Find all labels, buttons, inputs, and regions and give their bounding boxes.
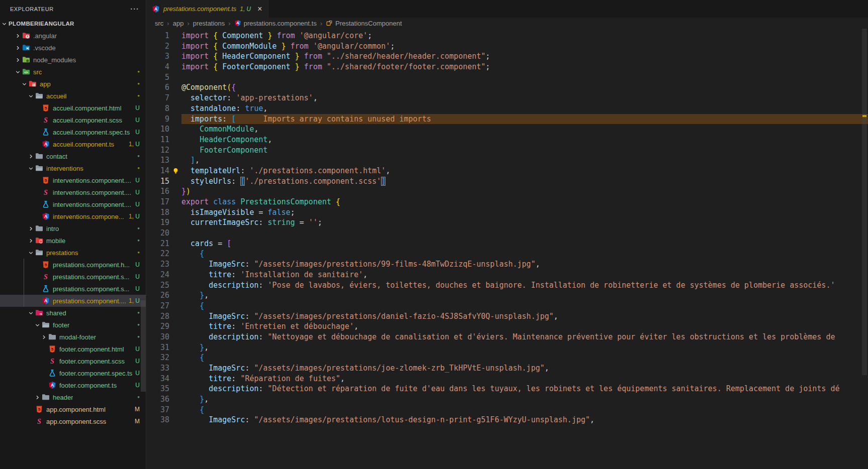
chevron-collapsed-icon[interactable] <box>33 393 42 401</box>
code-line-1[interactable]: 1import { Component } from '@angular/cor… <box>146 31 868 41</box>
code-line-18[interactable]: 18 isImageVisible = false; <box>146 207 868 218</box>
tree-folder-header[interactable]: header● <box>0 391 146 403</box>
tree-folder-intro[interactable]: intro● <box>0 222 146 234</box>
code-line-12[interactable]: 12 FooterComponent <box>146 145 868 156</box>
tree-file-footer-component-spec-ts[interactable]: footer.component.spec.tsU <box>0 367 146 379</box>
code-line-20[interactable]: 20 <box>146 228 868 239</box>
code-line-32[interactable]: 32 { <box>146 353 868 363</box>
tree-file-accueil-component-spec-ts[interactable]: accueil.component.spec.tsU <box>0 126 146 138</box>
sidebar-scrollbar[interactable] <box>141 300 146 392</box>
tree-file-accueil-component-ts[interactable]: Aaccueil.component.ts1, U <box>0 138 146 150</box>
code-line-11[interactable]: 11 HeaderComponent, <box>146 135 868 145</box>
breadcrumb-item-prestationscomponent[interactable]: PrestationsComponent <box>326 20 402 27</box>
tree-file-app-component-html[interactable]: 5app.component.htmlM <box>0 403 146 415</box>
chevron-expanded-icon[interactable] <box>14 68 22 76</box>
code-line-25[interactable]: 25 description: 'Pose de lavabos, éviers… <box>146 280 868 291</box>
code-line-8[interactable]: 8 standalone: true, <box>146 103 868 114</box>
code-line-38[interactable]: 38 ImageSrc: "/assets/images/prestations… <box>146 415 868 425</box>
more-actions-icon[interactable]: ⋯ <box>130 5 139 13</box>
code-line-9[interactable]: 9 imports: [ Imports array contains unus… <box>146 114 868 125</box>
code-line-31[interactable]: 31 }, <box>146 342 868 353</box>
code-line-22[interactable]: 22 { <box>146 249 868 259</box>
chevron-collapsed-icon[interactable] <box>14 32 22 40</box>
code-line-7[interactable]: 7 selector: 'app-prestations', <box>146 93 868 103</box>
chevron-collapsed-icon[interactable] <box>27 224 35 232</box>
code-line-5[interactable]: 5 <box>146 72 868 83</box>
code-line-27[interactable]: 27 { <box>146 301 868 311</box>
project-root-row[interactable]: PLOMBERIEANGULAR <box>0 18 146 30</box>
code-line-26[interactable]: 26 }, <box>146 290 868 301</box>
tree-file-interventions-component-[interactable]: interventions.component....U <box>0 198 146 210</box>
code-line-19[interactable]: 19 currentImageSrc: string = ''; <box>146 217 868 228</box>
tree-file-prestations-component-[interactable]: Aprestations.component....1, U <box>0 295 146 307</box>
code-line-10[interactable]: 10 CommonModule, <box>146 124 868 135</box>
tree-file-footer-component-scss[interactable]: Sfooter.component.scssU <box>0 355 146 367</box>
tree-folder-interventions[interactable]: interventions● <box>0 162 146 174</box>
code-line-28[interactable]: 28 ImageSrc: "/assets/images/prestations… <box>146 311 868 322</box>
breadcrumb-item-prestations[interactable]: prestations <box>193 20 225 27</box>
chevron-expanded-icon[interactable] <box>33 321 42 329</box>
code-area[interactable]: 1import { Component } from '@angular/cor… <box>146 29 868 469</box>
code-line-13[interactable]: 13 ], <box>146 155 868 166</box>
chevron-expanded-icon[interactable] <box>27 309 35 317</box>
code-line-15[interactable]: 15 styleUrls: ['./prestations.component.… <box>146 176 868 187</box>
editor-scrollbar[interactable] <box>861 29 868 469</box>
chevron-collapsed-icon[interactable] <box>27 152 35 160</box>
tree-folder-shared[interactable]: shared● <box>0 307 146 319</box>
code-line-24[interactable]: 24 titre: 'Installation de sanitaire', <box>146 270 868 280</box>
code-line-17[interactable]: 17export class PrestationsComponent { <box>146 197 868 207</box>
code-line-33[interactable]: 33 ImageSrc: "/assets/images/prestations… <box>146 363 868 374</box>
breadcrumb-item-prestations-component-ts[interactable]: Aprestations.component.ts <box>234 20 317 27</box>
tree-file-accueil-component-scss[interactable]: Saccueil.component.scssU <box>0 114 146 126</box>
code-line-35[interactable]: 35 description: "Détection et réparation… <box>146 384 868 394</box>
code-line-37[interactable]: 37 { <box>146 405 868 415</box>
chevron-expanded-icon[interactable] <box>27 92 35 100</box>
chevron-collapsed-icon[interactable] <box>14 44 22 52</box>
close-icon[interactable]: × <box>257 5 262 13</box>
tree-file-prestations-component-s-[interactable]: prestations.component.s...U <box>0 283 146 295</box>
code-line-4[interactable]: 4import { FooterComponent } from "../sha… <box>146 62 868 72</box>
chevron-expanded-icon[interactable] <box>27 249 35 257</box>
tree-file-interventions-compone-[interactable]: Ainterventions.compone...1, U <box>0 210 146 222</box>
tree-file-interventions-component-[interactable]: Sinterventions.component....U <box>0 186 146 198</box>
chevron-collapsed-icon[interactable] <box>27 237 35 245</box>
tree-folder-node-modules[interactable]: node_modules <box>0 54 146 66</box>
tree-folder--vscode[interactable]: .vscode <box>0 42 146 54</box>
code-line-34[interactable]: 34 titre: "Réparation de fuites", <box>146 374 868 384</box>
tree-file-footer-component-ts[interactable]: Afooter.component.tsU <box>0 379 146 391</box>
tree-file-prestations-component-s-[interactable]: Sprestations.component.s...U <box>0 271 146 283</box>
code-line-23[interactable]: 23 ImageSrc: "/assets/images/prestations… <box>146 259 868 270</box>
tree-folder-src[interactable]: </>src● <box>0 66 146 78</box>
tree-file-prestations-component-h-[interactable]: 5prestations.component.h...U <box>0 259 146 271</box>
chevron-collapsed-icon[interactable] <box>14 56 22 64</box>
code-line-21[interactable]: 21 cards = [ <box>146 239 868 249</box>
tree-file-accueil-component-html[interactable]: 5accueil.component.htmlU <box>0 102 146 114</box>
tree-folder-mobile[interactable]: mobile● <box>0 234 146 247</box>
tree-file-interventions-component-[interactable]: 5interventions.component....U <box>0 174 146 186</box>
tree-folder-footer[interactable]: footer● <box>0 319 146 331</box>
code-line-3[interactable]: 3import { HeaderComponent } from "../sha… <box>146 51 868 62</box>
tree-folder--angular[interactable]: A.angular <box>0 30 146 42</box>
code-line-2[interactable]: 2import { CommonModule } from '@angular/… <box>146 41 868 52</box>
tree-file-footer-component-html[interactable]: 5footer.component.htmlU <box>0 343 146 355</box>
scrollbar-thumb[interactable] <box>862 29 867 375</box>
tree-folder-contact[interactable]: contact● <box>0 150 146 162</box>
lightbulb-icon[interactable] <box>169 166 181 176</box>
code-line-14[interactable]: 14 templateUrl: './prestations.component… <box>146 166 868 176</box>
tree-file-app-component-scss[interactable]: Sapp.component.scssM <box>0 415 146 427</box>
code-line-30[interactable]: 30 description: "Nettoyage et débouchage… <box>146 332 868 342</box>
tree-folder-modal-footer[interactable]: modal-footer● <box>0 331 146 343</box>
breadcrumb-item-src[interactable]: src <box>155 20 163 27</box>
tab-prestations-component-ts[interactable]: A prestations.component.ts 1, U × <box>146 0 268 18</box>
tree-folder-accueil[interactable]: accueil● <box>0 90 146 102</box>
code-line-16[interactable]: 16}) <box>146 186 868 197</box>
code-line-36[interactable]: 36 }, <box>146 394 868 405</box>
code-line-29[interactable]: 29 titre: 'Entretien et débouchage', <box>146 321 868 332</box>
breadcrumb-item-app[interactable]: app <box>173 20 184 27</box>
chevron-expanded-icon[interactable] <box>20 80 29 88</box>
tree-folder-prestations[interactable]: prestations● <box>0 247 146 259</box>
tree-folder-app[interactable]: app● <box>0 78 146 90</box>
chevron-collapsed-icon[interactable] <box>40 333 48 341</box>
chevron-expanded-icon[interactable] <box>27 164 35 172</box>
code-line-6[interactable]: 6@Component({ <box>146 82 868 93</box>
